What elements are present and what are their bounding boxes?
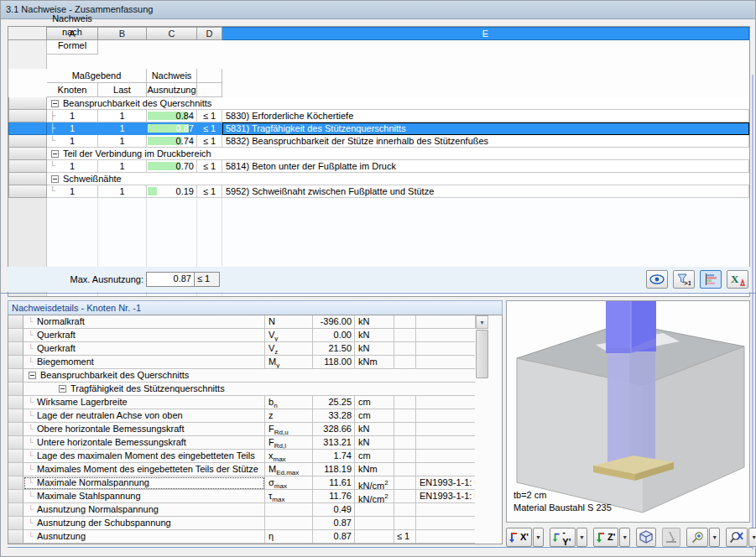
detail-row[interactable]: └Lage der neutralen Achse von obenz33.28… <box>8 409 502 423</box>
scroll-down-button[interactable]: ▼ <box>476 315 488 329</box>
detail-row-header[interactable] <box>8 490 23 503</box>
detail-row[interactable]: └Lage des maximalen Moment des eingebett… <box>8 450 502 463</box>
detail-row-header[interactable] <box>8 450 23 463</box>
row-header-cell[interactable] <box>8 160 47 173</box>
row-header-cell[interactable] <box>8 110 47 122</box>
detail-row[interactable]: └Maximales Moment des eingebetteten Teil… <box>8 463 502 476</box>
view-z-button[interactable]: Z' <box>593 528 618 547</box>
detail-row[interactable]: └Ausnutzung Normalspannung0.49 <box>8 503 502 517</box>
nachweis-row[interactable]: └110.74≤ 15832) Beanspruchbarkeit der St… <box>8 135 749 148</box>
collapse-expander-icon[interactable] <box>51 100 59 107</box>
header-knoten: Knoten <box>47 83 98 97</box>
3d-viewport[interactable]: tb=2 cm Material Baustahl S 235 <box>506 300 750 523</box>
detail-label: └Maximale Normalspannung <box>23 476 265 490</box>
row-header-cell[interactable] <box>8 185 47 198</box>
detail-row[interactable]: └Maximale Normalspannungσmax11.61kN/cm2E… <box>8 476 502 490</box>
detail-row[interactable]: └BiegemomentMy118.00kNm <box>8 356 502 369</box>
utilization-value: 0.74 <box>176 135 194 147</box>
detail-row[interactable]: └QuerkraftVz21.50kN <box>8 342 502 356</box>
nachweis-group-row[interactable]: Beanspruchbarkeit des Querschnitts <box>8 97 749 110</box>
detail-row[interactable]: └QuerkraftVy0.00kN <box>8 329 502 342</box>
detail-row[interactable]: └Untere horizontale BemessungskraftFRd,l… <box>8 436 502 450</box>
limit-cell: ≤ 1 <box>197 122 222 135</box>
nachweis-row[interactable]: └110.19≤ 15952) Schweißnaht zwischen Fuß… <box>8 185 749 198</box>
detail-group-row[interactable]: Tragfähigkeit des Stützenquerschnitts <box>8 383 502 396</box>
col-header-c[interactable]: C <box>147 27 197 40</box>
detail-row-header[interactable] <box>8 383 23 396</box>
detail-row-header[interactable] <box>8 329 23 342</box>
detail-row[interactable]: └Ausnutzung der Schubspannung0.87 <box>8 517 502 530</box>
view-z-dropdown[interactable]: ▼ <box>619 528 630 547</box>
max-utilization-value[interactable]: 0.87 <box>146 272 195 287</box>
view-y-dropdown[interactable]: ▼ <box>576 528 587 547</box>
formula-cell: 5832) Beanspruchbarkeit der Stütze inner… <box>222 135 749 148</box>
nachweis-row[interactable]: └110.70≤ 15814) Beton unter der Fußplatt… <box>8 160 749 173</box>
detail-row-header[interactable] <box>8 409 23 423</box>
result-diagram-button[interactable] <box>700 270 722 289</box>
detail-row[interactable]: └NormalkraftN-396.00kN▲▼ <box>8 315 502 329</box>
row-header-cell[interactable] <box>8 97 47 110</box>
view-y-button[interactable]: -Y' <box>550 528 576 547</box>
detail-symbol: bn <box>265 396 313 409</box>
detail-row-header[interactable] <box>8 503 23 517</box>
detail-row-header[interactable] <box>8 396 23 409</box>
detail-row-header[interactable] <box>8 369 23 383</box>
zoom-cancel-dropdown[interactable]: ▼ <box>748 528 756 547</box>
detail-row-header[interactable] <box>8 356 23 369</box>
detail-row-header[interactable] <box>8 423 23 436</box>
tree-line-icon: └ <box>28 423 34 435</box>
zoom-dropdown[interactable]: ▼ <box>709 528 720 547</box>
detail-group-row[interactable]: Beanspruchbarkeit des Querschnitts <box>8 369 502 383</box>
zoom-group: ▼ <box>686 528 720 547</box>
detail-check <box>394 329 416 342</box>
nachweis-row[interactable]: ├110.84≤ 15830) Erforderliche Köchertief… <box>8 110 749 122</box>
view-x-button[interactable]: X' <box>506 528 532 547</box>
utilization-value: 0.19 <box>176 185 194 197</box>
visibility-button[interactable] <box>646 270 668 289</box>
nachweis-row[interactable]: ├110.87≤ 15831) Tragfähigkeit des Stütze… <box>8 122 749 135</box>
formula-cell: 5814) Beton unter der Fußplatte im Druck <box>222 160 749 173</box>
detail-row[interactable]: └Maximale Stahlspannungτmax11.76kN/cm2EN… <box>8 490 502 503</box>
collapse-expander-icon[interactable] <box>51 150 59 158</box>
collapse-expander-icon[interactable] <box>29 372 36 379</box>
detail-row-header[interactable] <box>8 342 23 356</box>
detail-formula <box>416 530 475 544</box>
detail-unit: kN <box>355 329 394 342</box>
zoom-cancel-button[interactable] <box>726 528 748 547</box>
tree-line-icon: └ <box>28 356 34 368</box>
row-header-cell[interactable] <box>8 148 47 160</box>
detail-row-header[interactable] <box>8 476 23 490</box>
plate-thickness-label: tb=2 cm <box>514 490 546 500</box>
col-header-e[interactable]: E <box>222 27 749 40</box>
detail-row-header[interactable] <box>8 463 23 476</box>
zoom-in-button[interactable] <box>686 528 708 547</box>
view-x-dropdown[interactable]: ▼ <box>533 528 544 547</box>
export-excel-button[interactable]: X <box>727 270 748 289</box>
detail-row[interactable]: └Obere horizontale BemessungskraftFRd,u3… <box>8 423 502 436</box>
detail-row-header[interactable] <box>8 315 23 329</box>
detail-row[interactable]: └Ausnutzungη0.87≤ 1 <box>8 530 502 544</box>
collapse-expander-icon[interactable] <box>59 385 66 393</box>
nachweis-group-row[interactable]: Teil der Verbindung im Druckbereich <box>8 148 749 160</box>
corner-cell <box>8 27 47 40</box>
detail-row-header[interactable] <box>8 530 23 544</box>
collapse-expander-icon[interactable] <box>51 175 59 183</box>
detail-row-header[interactable] <box>8 436 23 450</box>
row-header-cell[interactable] <box>8 135 47 148</box>
detail-row-header[interactable] <box>8 517 23 530</box>
row-header-cell[interactable] <box>8 173 47 185</box>
col-header-b[interactable]: B <box>98 27 147 40</box>
details-scrollbar[interactable]: ▲▼ <box>475 315 488 329</box>
detail-row[interactable]: └Wirksame Lagerbreitebn25.25cm <box>8 396 502 409</box>
row-header-cell[interactable] <box>8 122 47 135</box>
filter-exceed-button[interactable]: >1 <box>673 270 695 289</box>
view-in-plane-button[interactable] <box>662 528 680 547</box>
last-cell: 1 <box>98 135 147 148</box>
isometric-view-button[interactable] <box>636 528 656 547</box>
detail-unit: cm <box>355 409 394 423</box>
ausnutzung-cell: 0.70 <box>147 160 197 173</box>
col-header-d[interactable]: D <box>197 27 222 40</box>
tree-line-icon: └ <box>28 396 34 409</box>
nachweis-group-row[interactable]: Schweißnähte <box>8 173 749 185</box>
scrollbar-thumb[interactable] <box>476 330 488 378</box>
